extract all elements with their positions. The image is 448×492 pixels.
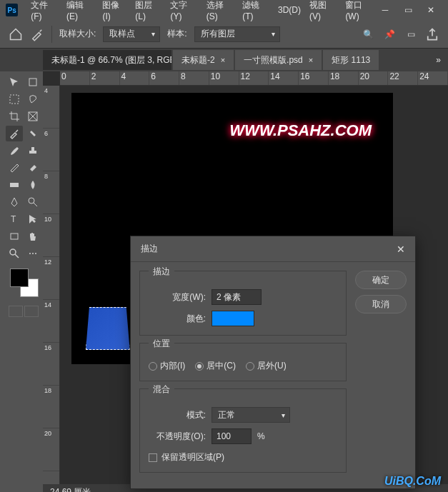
width-input[interactable] [211,289,262,305]
dodge-tool-icon[interactable] [24,194,41,210]
dialog-title: 描边 [141,243,158,255]
pen-tool-icon[interactable] [6,194,23,210]
menu-layer[interactable]: 图层(L) [131,0,166,21]
opacity-label: 不透明度(O): [149,431,206,443]
options-bar: 取样大小: 取样点 样本: 所有图层 🔍 📌 ▭ [0,20,448,49]
radio-outside[interactable]: 居外(U) [246,360,287,372]
heal-tool-icon[interactable] [24,126,41,141]
menu-view[interactable]: 视图(V) [305,0,341,21]
radio-center[interactable]: 居中(C) [195,360,236,372]
svg-rect-1 [10,95,19,104]
tab-doc-2[interactable]: 未标题-2× [173,50,234,70]
radio-inside[interactable]: 内部(I) [149,360,185,372]
gradient-tool-icon[interactable] [6,177,23,193]
marquee-tool-icon[interactable] [6,91,23,107]
color-swatch[interactable] [211,311,254,326]
section-stroke-title: 描边 [149,266,174,278]
opacity-unit: % [257,431,265,441]
artboard-tool-icon[interactable] [24,74,41,90]
status-zoom: 24.69 厘米 [50,486,91,493]
cancel-button[interactable]: 取消 [355,295,407,313]
stamp-tool-icon[interactable] [24,143,41,159]
close-icon[interactable]: ✕ [425,4,437,16]
tab-close-icon[interactable]: × [309,56,313,64]
menu-file[interactable]: 文件(F) [26,0,62,21]
menu-filter[interactable]: 滤镜(T) [238,0,274,21]
screenmode-icon[interactable] [24,306,39,317]
rectangle-tool-icon[interactable] [6,229,23,244]
color-label: 颜色: [149,313,206,325]
path-select-icon[interactable] [24,211,41,227]
menu-edit[interactable]: 编辑(E) [62,0,98,21]
titlebar: Ps 文件(F) 编辑(E) 图像(I) 图层(L) 文字(Y) 选择(S) 滤… [0,0,448,20]
pin-icon[interactable]: 📌 [382,27,397,41]
menu-image[interactable]: 图像(I) [98,0,131,21]
mode-label: 模式: [149,409,206,421]
history-brush-icon[interactable] [6,160,23,176]
frame-tool-icon[interactable] [24,109,41,124]
sample-label: 样本: [167,28,186,40]
sample-select[interactable]: 所有图层 [194,26,280,42]
tabs-overflow-icon[interactable]: » [429,55,448,65]
dialog-close-icon[interactable]: ✕ [397,244,405,255]
svg-rect-0 [29,79,36,86]
svg-point-4 [29,198,34,204]
home-icon[interactable] [9,27,23,41]
lasso-tool-icon[interactable] [24,91,41,107]
section-blend-title: 混合 [149,383,174,396]
tab-doc-3[interactable]: 一寸照模版.psd× [235,50,322,70]
zoom-tool-icon[interactable] [6,246,23,261]
document-tabs: 未标题-1 @ 66.7% (图层 3, RGB/8#) *× 未标题-2× 一… [0,49,448,71]
workspace-icon[interactable]: ▭ [404,27,418,41]
svg-point-7 [10,249,16,255]
tab-doc-4[interactable]: 矩形 1113 [323,50,379,70]
eyedropper-icon[interactable] [30,27,44,41]
toolbox: T ⋯ [3,71,43,320]
preserve-transparency-checkbox[interactable]: 保留透明区域(P) [149,451,337,463]
tab-close-icon[interactable]: × [221,56,225,64]
search-icon[interactable]: 🔍 [361,27,375,41]
stroke-dialog: 描边 ✕ 描边 宽度(W): 颜色: 位置 内部(I) 居中(C) [130,236,416,489]
minimize-icon[interactable]: ─ [379,4,391,16]
ruler-horizontal[interactable]: 02 46 810 1214 1618 2022 24 [60,71,448,86]
menu-window[interactable]: 窗口(W) [341,0,379,21]
more-tools-icon[interactable]: ⋯ [24,246,41,261]
section-location-title: 位置 [149,338,174,350]
svg-rect-6 [11,234,18,239]
footer-watermark: UiBQ.CoM [384,475,441,488]
quickmask-icon[interactable] [9,306,23,317]
mode-select[interactable]: 正常 [211,407,290,423]
ruler-vertical[interactable]: 46 810 1214 1618 20 [43,86,60,492]
move-tool-icon[interactable] [6,74,23,90]
app-logo: Ps [6,4,18,16]
menu-type[interactable]: 文字(Y) [166,0,201,21]
restore-icon[interactable]: ▭ [402,4,414,16]
ok-button[interactable]: 确定 [355,271,407,289]
menu-select[interactable]: 选择(S) [202,0,238,21]
brush-tool-icon[interactable] [6,143,23,159]
tab-doc-1[interactable]: 未标题-1 @ 66.7% (图层 3, RGB/8#) *× [43,50,171,70]
type-tool-icon[interactable]: T [6,211,23,227]
svg-rect-3 [10,183,19,187]
sample-size-select[interactable]: 取样点 [103,26,160,42]
width-label: 宽度(W): [149,291,206,303]
hand-tool-icon[interactable] [24,229,41,244]
dialog-titlebar[interactable]: 描边 ✕ [131,236,415,262]
blur-tool-icon[interactable] [24,177,41,193]
eyedropper-tool-icon[interactable] [6,126,23,141]
opacity-input[interactable] [211,428,252,444]
crop-tool-icon[interactable] [6,109,23,124]
canvas-watermark-text: WWW.PSAHZ.COM [229,121,372,140]
foreground-color-swatch[interactable] [10,268,29,287]
share-icon[interactable] [425,27,439,41]
color-swatches[interactable] [10,268,39,297]
svg-text:T: T [11,214,16,224]
sample-size-label: 取样大小: [59,28,96,40]
menu-3d[interactable]: 3D(D) [274,5,305,15]
eraser-tool-icon[interactable] [24,160,41,176]
